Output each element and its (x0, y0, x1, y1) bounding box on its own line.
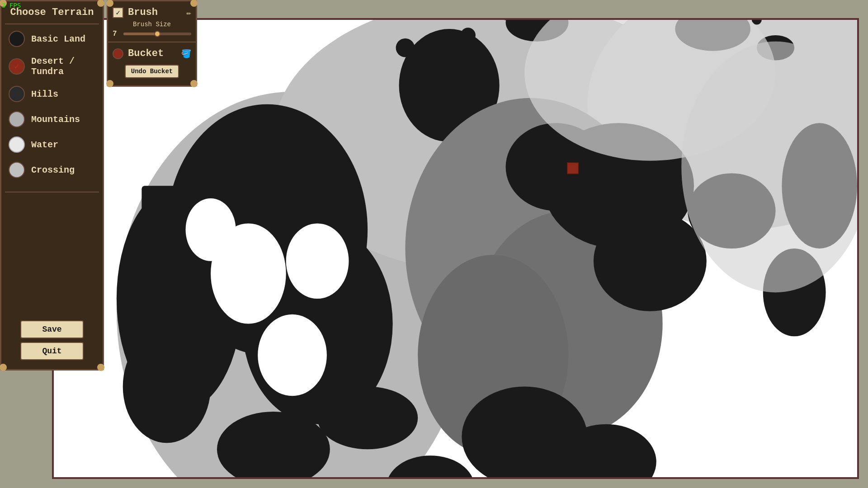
brush-size-label: Brush Size (113, 21, 191, 28)
brush-section: Brush ✏ Brush Size 7 (108, 1, 196, 42)
map-container[interactable] (52, 18, 859, 479)
brush-size-slider[interactable] (123, 33, 191, 35)
bucket-indicator (113, 48, 123, 59)
bucket-label: Bucket (128, 48, 177, 59)
save-button[interactable]: Save (20, 320, 84, 338)
terrain-label-desert-tundra: Desert / Tundra (31, 56, 95, 77)
terrain-item-hills[interactable]: Hills (1, 81, 103, 107)
terrain-label-hills: Hills (31, 89, 58, 99)
cursor-indicator (567, 163, 579, 174)
svg-point-13 (123, 330, 211, 443)
selected-checkmark: ✓ (14, 61, 19, 71)
quit-button[interactable]: Quit (20, 342, 84, 360)
terrain-item-crossing[interactable]: Crossing (1, 157, 103, 183)
terrain-label-basic-land: Basic Land (31, 34, 85, 44)
svg-point-31 (396, 38, 415, 57)
svg-point-15 (317, 386, 418, 449)
svg-point-11 (258, 314, 327, 396)
terrain-label-water: Water (31, 140, 58, 150)
terrain-item-water[interactable]: Water (1, 132, 103, 157)
terrain-item-desert-tundra[interactable]: ✓ Desert / Tundra (1, 52, 103, 81)
terrain-item-basic-land[interactable]: Basic Land (1, 26, 103, 52)
svg-rect-12 (142, 186, 179, 211)
brush-icon: ✏ (186, 8, 191, 18)
terrain-circle-basic-land (9, 31, 25, 47)
svg-point-33 (461, 28, 476, 42)
terrain-circle-water (9, 136, 25, 153)
brush-label: Brush (128, 7, 182, 18)
terrain-circle-crossing (9, 162, 25, 178)
terrain-label-crossing: Crossing (31, 165, 75, 175)
brush-size-row: 7 (113, 30, 191, 38)
slider-thumb[interactable] (154, 31, 160, 37)
terrain-circle-hills (9, 86, 25, 102)
bucket-icon: 🪣 (181, 49, 191, 59)
undo-bucket-button[interactable]: Undo Bucket (125, 65, 179, 78)
map-canvas[interactable] (54, 20, 857, 477)
fps-counter: 3 FPS (2, 2, 21, 9)
svg-point-10 (186, 198, 236, 261)
terrain-circle-desert: ✓ (9, 58, 25, 75)
svg-point-21 (594, 211, 707, 311)
terrain-item-mountains[interactable]: Mountains (1, 107, 103, 132)
brush-checkbox[interactable] (113, 7, 123, 18)
brush-size-value: 7 (113, 30, 120, 38)
action-buttons: Save Quit (20, 320, 84, 360)
terrain-label-mountains: Mountains (31, 114, 80, 125)
tool-panel: Brush ✏ Brush Size 7 Bucket 🪣 Undo Bucke… (107, 0, 197, 87)
terrain-circle-mountains (9, 111, 25, 127)
bucket-section: Bucket 🪣 Undo Bucket (108, 42, 196, 82)
terrain-panel: Choose Terrain Basic Land ✓ Desert / Tun… (0, 0, 104, 371)
svg-point-32 (418, 51, 430, 64)
svg-point-9 (286, 223, 349, 299)
